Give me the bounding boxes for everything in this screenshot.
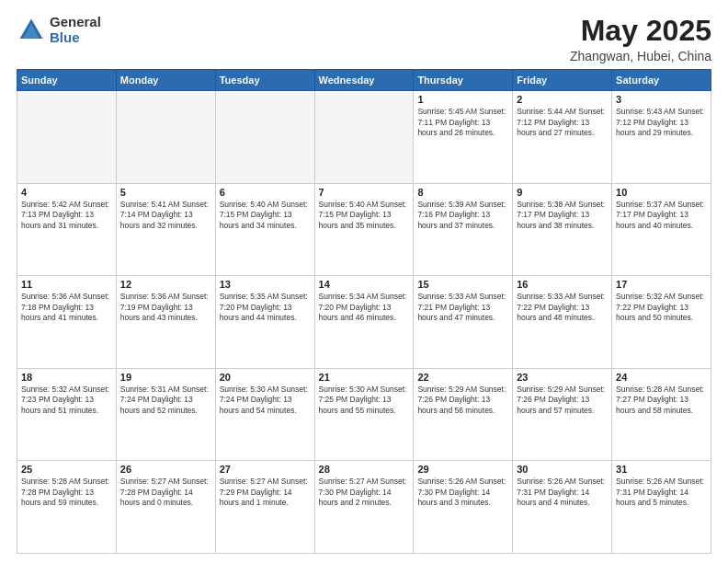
header: General Blue May 2025 Zhangwan, Hubei, C… [17,15,711,63]
day-number-26: 26 [120,464,211,475]
week-row-4: 18Sunrise: 5:32 AM Sunset: 7:23 PM Dayli… [17,368,711,461]
col-tuesday: Tuesday [215,70,314,91]
day-number-30: 30 [517,464,608,475]
logo-general-label: General [50,15,101,30]
page: General Blue May 2025 Zhangwan, Hubei, C… [0,0,728,563]
cell-w1-d7: 3Sunrise: 5:43 AM Sunset: 7:12 PM Daylig… [612,91,711,184]
logo-icon [17,16,46,45]
logo: General Blue [17,15,101,45]
title-location: Zhangwan, Hubei, China [570,49,711,63]
cell-w3-d6: 16Sunrise: 5:33 AM Sunset: 7:22 PM Dayli… [513,276,612,369]
cell-w4-d3: 20Sunrise: 5:30 AM Sunset: 7:24 PM Dayli… [215,368,314,461]
cell-w1-d5: 1Sunrise: 5:45 AM Sunset: 7:11 PM Daylig… [414,91,513,184]
day-info-21: Sunrise: 5:30 AM Sunset: 7:25 PM Dayligh… [319,385,410,416]
day-number-24: 24 [616,372,707,383]
day-info-28: Sunrise: 5:27 AM Sunset: 7:30 PM Dayligh… [319,477,410,508]
cell-w4-d7: 24Sunrise: 5:28 AM Sunset: 7:27 PM Dayli… [612,368,711,461]
cell-w4-d6: 23Sunrise: 5:29 AM Sunset: 7:26 PM Dayli… [513,368,612,461]
day-number-14: 14 [319,279,410,290]
cell-w5-d2: 26Sunrise: 5:27 AM Sunset: 7:28 PM Dayli… [116,461,215,554]
cell-w3-d1: 11Sunrise: 5:36 AM Sunset: 7:18 PM Dayli… [17,276,117,369]
day-number-21: 21 [319,372,410,383]
cell-w2-d7: 10Sunrise: 5:37 AM Sunset: 7:17 PM Dayli… [612,183,711,276]
day-number-31: 31 [616,464,707,475]
cell-w5-d6: 30Sunrise: 5:26 AM Sunset: 7:31 PM Dayli… [513,461,612,554]
cell-w3-d5: 15Sunrise: 5:33 AM Sunset: 7:21 PM Dayli… [414,276,513,369]
calendar-table: Sunday Monday Tuesday Wednesday Thursday… [17,69,711,554]
week-row-3: 11Sunrise: 5:36 AM Sunset: 7:18 PM Dayli… [17,276,711,369]
day-info-25: Sunrise: 5:28 AM Sunset: 7:28 PM Dayligh… [21,477,112,508]
cell-w1-d2 [116,91,215,184]
cell-w1-d3 [215,91,314,184]
day-number-23: 23 [517,372,608,383]
cell-w2-d2: 5Sunrise: 5:41 AM Sunset: 7:14 PM Daylig… [116,183,215,276]
logo-text: General Blue [50,15,101,45]
cell-w4-d5: 22Sunrise: 5:29 AM Sunset: 7:26 PM Dayli… [414,368,513,461]
cell-w3-d4: 14Sunrise: 5:34 AM Sunset: 7:20 PM Dayli… [314,276,414,369]
day-info-26: Sunrise: 5:27 AM Sunset: 7:28 PM Dayligh… [120,477,211,508]
day-number-10: 10 [616,187,707,198]
day-number-8: 8 [417,187,508,198]
day-number-18: 18 [21,372,112,383]
day-info-5: Sunrise: 5:41 AM Sunset: 7:14 PM Dayligh… [120,200,211,231]
day-number-20: 20 [220,372,311,383]
day-info-16: Sunrise: 5:33 AM Sunset: 7:22 PM Dayligh… [517,292,608,323]
day-info-24: Sunrise: 5:28 AM Sunset: 7:27 PM Dayligh… [616,385,707,416]
day-number-5: 5 [120,187,211,198]
day-info-2: Sunrise: 5:44 AM Sunset: 7:12 PM Dayligh… [517,107,608,138]
cell-w1-d1 [17,91,117,184]
cell-w5-d4: 28Sunrise: 5:27 AM Sunset: 7:30 PM Dayli… [314,461,414,554]
day-info-1: Sunrise: 5:45 AM Sunset: 7:11 PM Dayligh… [417,107,508,138]
title-month: May 2025 [570,15,711,47]
cell-w5-d7: 31Sunrise: 5:26 AM Sunset: 7:31 PM Dayli… [612,461,711,554]
day-number-13: 13 [220,279,311,290]
day-number-12: 12 [120,279,211,290]
day-info-22: Sunrise: 5:29 AM Sunset: 7:26 PM Dayligh… [417,385,508,416]
day-number-29: 29 [417,464,508,475]
day-number-9: 9 [517,187,608,198]
col-wednesday: Wednesday [314,70,414,91]
cell-w3-d2: 12Sunrise: 5:36 AM Sunset: 7:19 PM Dayli… [116,276,215,369]
day-number-16: 16 [517,279,608,290]
day-info-20: Sunrise: 5:30 AM Sunset: 7:24 PM Dayligh… [220,385,311,416]
cell-w3-d7: 17Sunrise: 5:32 AM Sunset: 7:22 PM Dayli… [612,276,711,369]
day-number-27: 27 [220,464,311,475]
day-info-14: Sunrise: 5:34 AM Sunset: 7:20 PM Dayligh… [319,292,410,323]
day-info-13: Sunrise: 5:35 AM Sunset: 7:20 PM Dayligh… [220,292,311,323]
day-info-6: Sunrise: 5:40 AM Sunset: 7:15 PM Dayligh… [220,200,311,231]
day-info-7: Sunrise: 5:40 AM Sunset: 7:15 PM Dayligh… [319,200,410,231]
cell-w4-d4: 21Sunrise: 5:30 AM Sunset: 7:25 PM Dayli… [314,368,414,461]
day-number-4: 4 [21,187,112,198]
day-info-18: Sunrise: 5:32 AM Sunset: 7:23 PM Dayligh… [21,385,112,416]
day-info-3: Sunrise: 5:43 AM Sunset: 7:12 PM Dayligh… [616,107,707,138]
day-info-8: Sunrise: 5:39 AM Sunset: 7:16 PM Dayligh… [417,200,508,231]
day-number-17: 17 [616,279,707,290]
cell-w1-d4 [314,91,414,184]
day-info-4: Sunrise: 5:42 AM Sunset: 7:13 PM Dayligh… [21,200,112,231]
col-thursday: Thursday [414,70,513,91]
day-number-11: 11 [21,279,112,290]
cell-w4-d1: 18Sunrise: 5:32 AM Sunset: 7:23 PM Dayli… [17,368,117,461]
day-number-7: 7 [319,187,410,198]
cell-w2-d1: 4Sunrise: 5:42 AM Sunset: 7:13 PM Daylig… [17,183,117,276]
day-info-27: Sunrise: 5:27 AM Sunset: 7:29 PM Dayligh… [220,477,311,508]
week-row-2: 4Sunrise: 5:42 AM Sunset: 7:13 PM Daylig… [17,183,711,276]
day-number-2: 2 [517,94,608,105]
day-info-9: Sunrise: 5:38 AM Sunset: 7:17 PM Dayligh… [517,200,608,231]
day-info-17: Sunrise: 5:32 AM Sunset: 7:22 PM Dayligh… [616,292,707,323]
week-row-5: 25Sunrise: 5:28 AM Sunset: 7:28 PM Dayli… [17,461,711,554]
day-number-6: 6 [220,187,311,198]
cell-w5-d3: 27Sunrise: 5:27 AM Sunset: 7:29 PM Dayli… [215,461,314,554]
day-number-1: 1 [417,94,508,105]
col-saturday: Saturday [612,70,711,91]
col-monday: Monday [116,70,215,91]
cell-w5-d1: 25Sunrise: 5:28 AM Sunset: 7:28 PM Dayli… [17,461,117,554]
day-info-10: Sunrise: 5:37 AM Sunset: 7:17 PM Dayligh… [616,200,707,231]
day-info-19: Sunrise: 5:31 AM Sunset: 7:24 PM Dayligh… [120,385,211,416]
day-info-31: Sunrise: 5:26 AM Sunset: 7:31 PM Dayligh… [616,477,707,508]
logo-blue-label: Blue [50,30,101,46]
col-friday: Friday [513,70,612,91]
day-number-28: 28 [319,464,410,475]
day-number-19: 19 [120,372,211,383]
title-block: May 2025 Zhangwan, Hubei, China [570,15,711,63]
